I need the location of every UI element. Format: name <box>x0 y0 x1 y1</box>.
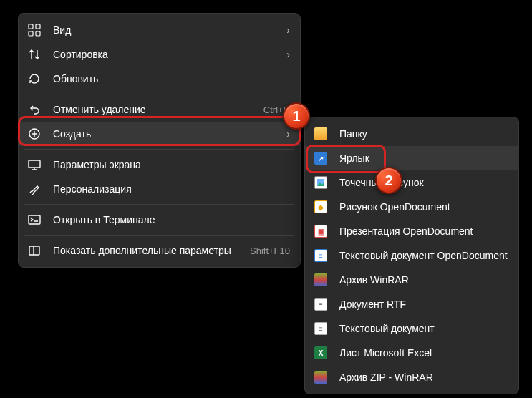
submenu-item-folder[interactable]: Папку <box>305 122 518 146</box>
menu-label: Отменить удаление <box>53 104 258 115</box>
rtf-icon: ≡ <box>314 297 328 311</box>
folder-icon <box>314 127 328 141</box>
menu-label: Вид <box>53 24 281 36</box>
menu-label: Рисунок OpenDocument <box>339 201 508 213</box>
menu-label: Обновить <box>53 73 290 84</box>
chevron-right-icon: › <box>286 49 290 60</box>
submenu-item-rtf[interactable]: ≡ Документ RTF <box>305 292 518 316</box>
menu-label: Создать <box>53 128 281 140</box>
menu-label: Папку <box>339 128 508 140</box>
menu-item-personalize[interactable]: Персонализация <box>19 177 300 201</box>
menu-label: Лист Microsoft Excel <box>339 347 508 359</box>
menu-shortcut: Shift+F10 <box>250 246 290 256</box>
submenu-item-shortcut[interactable]: ↗ Ярлык <box>305 146 518 170</box>
svg-rect-0 <box>29 24 33 29</box>
menu-item-view[interactable]: Вид › <box>19 18 300 42</box>
svg-rect-1 <box>36 24 40 29</box>
menu-item-terminal[interactable]: Открыть в Терминале <box>19 208 300 232</box>
menu-label: Открыть в Терминале <box>53 214 290 225</box>
menu-label: Показать дополнительные параметры <box>53 245 244 256</box>
submenu-item-rar[interactable]: Архив WinRAR <box>305 268 518 292</box>
display-icon <box>27 157 42 172</box>
menu-label: Текстовый документ <box>339 323 508 334</box>
chevron-right-icon: › <box>286 128 290 140</box>
menu-label: Документ RTF <box>339 298 508 310</box>
rar-icon <box>314 273 328 287</box>
plus-circle-icon <box>27 127 42 141</box>
annotation-badge-1: 1 <box>283 102 310 130</box>
annotation-badge-2: 2 <box>375 167 402 194</box>
menu-item-refresh[interactable]: Обновить <box>19 67 300 91</box>
menu-item-new[interactable]: Создать › <box>19 122 300 146</box>
odg-icon: ◆ <box>314 200 328 214</box>
view-icon <box>27 23 42 37</box>
menu-label: Ярлык <box>339 152 508 164</box>
menu-label: Архив WinRAR <box>339 274 508 286</box>
submenu-item-odg[interactable]: ◆ Рисунок OpenDocument <box>305 195 518 219</box>
svg-rect-6 <box>29 215 40 224</box>
submenu-item-odt[interactable]: ≡ Текстовый документ OpenDocument <box>305 243 518 268</box>
menu-item-sort[interactable]: Сортировка › <box>19 42 300 67</box>
menu-item-more-options[interactable]: Показать дополнительные параметры Shift+… <box>19 238 300 263</box>
menu-label: Точечный рисунок <box>339 177 508 188</box>
svg-rect-7 <box>29 246 39 255</box>
menu-separator <box>24 204 294 205</box>
badge-number: 1 <box>292 108 300 125</box>
submenu-item-xlsx[interactable]: X Лист Microsoft Excel <box>305 341 518 365</box>
menu-separator <box>24 235 294 236</box>
menu-label: Презентация OpenDocument <box>339 225 508 237</box>
svg-rect-2 <box>29 31 33 36</box>
excel-icon: X <box>314 346 328 360</box>
menu-label: Сортировка <box>53 49 281 60</box>
menu-label: Параметры экрана <box>53 159 290 170</box>
more-options-icon <box>27 243 42 258</box>
zip-icon <box>314 370 328 384</box>
new-submenu: Папку ↗ Ярлык Точечный рисунок ◆ Рисунок… <box>304 117 519 394</box>
undo-icon <box>27 102 42 117</box>
svg-rect-3 <box>36 31 40 36</box>
submenu-item-bitmap[interactable]: Точечный рисунок <box>305 170 518 195</box>
svg-rect-5 <box>29 160 40 168</box>
odp-icon: ▣ <box>314 224 328 238</box>
submenu-item-odp[interactable]: ▣ Презентация OpenDocument <box>305 219 518 243</box>
submenu-item-txt[interactable]: ≡ Текстовый документ <box>305 316 518 341</box>
menu-label: Персонализация <box>53 183 290 195</box>
menu-separator <box>24 94 294 94</box>
terminal-icon <box>27 213 42 227</box>
chevron-right-icon: › <box>286 24 290 36</box>
txt-icon: ≡ <box>314 321 328 336</box>
menu-label: Архив ZIP - WinRAR <box>339 372 508 383</box>
shortcut-icon: ↗ <box>314 151 328 165</box>
menu-label: Текстовый документ OpenDocument <box>339 250 508 261</box>
menu-item-undo[interactable]: Отменить удаление Ctrl+Я <box>19 97 300 122</box>
sort-icon <box>27 47 42 62</box>
menu-separator <box>24 149 294 150</box>
refresh-icon <box>27 72 42 86</box>
odt-icon: ≡ <box>314 248 328 263</box>
bitmap-icon <box>314 175 328 190</box>
menu-item-display-settings[interactable]: Параметры экрана <box>19 152 300 177</box>
brush-icon <box>27 182 42 196</box>
badge-number: 2 <box>385 173 392 189</box>
desktop-context-menu: Вид › Сортировка › Обновить Отменить уда… <box>18 13 301 268</box>
submenu-item-zip[interactable]: Архив ZIP - WinRAR <box>305 365 518 389</box>
